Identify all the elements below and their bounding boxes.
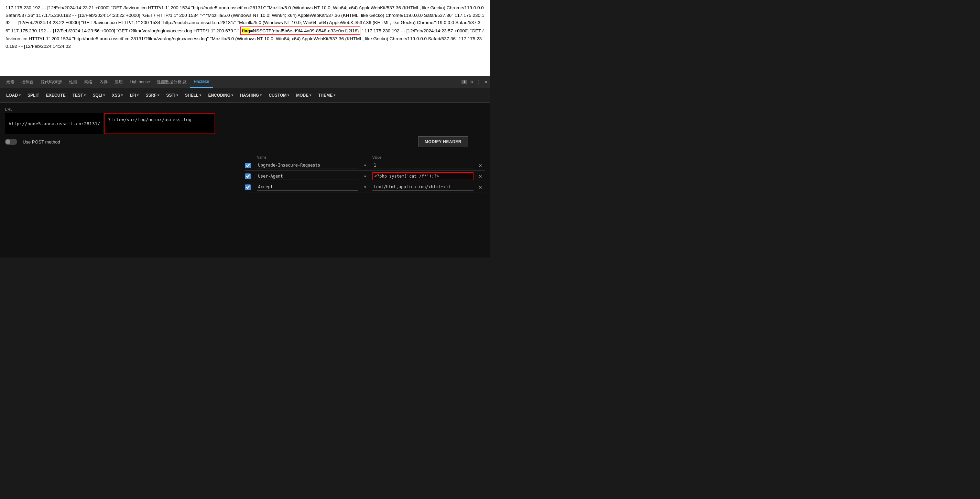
- header-labels: Name Value: [245, 154, 485, 160]
- devtools-tabs: 元素 控制台 源代码/来源 性能 网络 内存 应用 Lighthouse 性能数…: [0, 76, 490, 88]
- shell-button[interactable]: SHELL ▾: [181, 92, 205, 99]
- header-row-3: ▾ ✕: [245, 182, 485, 192]
- tab-sources[interactable]: 源代码/来源: [37, 76, 66, 88]
- post-method-toggle[interactable]: [5, 139, 17, 145]
- hashing-arrow: ▾: [260, 93, 262, 97]
- header-row-3-name[interactable]: [257, 183, 358, 191]
- log-area: 117.175.230.192 - - [12/Feb/2024:14:23:2…: [0, 0, 490, 76]
- url-label: URL: [5, 107, 485, 112]
- load-button[interactable]: LOAD ▾: [3, 92, 24, 99]
- xss-button[interactable]: XSS ▾: [108, 92, 126, 99]
- flag-value: =NSSCTF{dbaf5b6c-d9f4-4a09-8548-a33e0cd1…: [250, 28, 359, 33]
- hashing-button[interactable]: HASHING ▾: [237, 92, 265, 99]
- ssrf-label: SSRF: [145, 93, 156, 98]
- name-column-label: Name: [257, 155, 358, 159]
- lfi-button[interactable]: LFI ▾: [126, 92, 142, 99]
- split-button[interactable]: SPLIT: [24, 92, 43, 99]
- headers-section: Name Value ▾ ✕ ▾ ✕ ▾ ✕: [245, 154, 485, 192]
- header-row-1-name[interactable]: [257, 162, 358, 169]
- header-row-2-checkbox[interactable]: [245, 174, 251, 179]
- mode-arrow: ▾: [309, 93, 311, 97]
- post-method-label: Use POST method: [23, 139, 60, 145]
- dots-icon[interactable]: ⋮: [477, 79, 481, 84]
- tab-network[interactable]: 网络: [81, 76, 96, 88]
- mode-button[interactable]: MODE ▾: [293, 92, 315, 99]
- execute-label: EXECUTE: [46, 93, 66, 98]
- lfi-arrow: ▾: [137, 93, 138, 97]
- encoding-button[interactable]: ENCODING ▾: [205, 92, 237, 99]
- ssrf-arrow: ▾: [158, 93, 159, 97]
- test-arrow: ▾: [84, 93, 86, 97]
- header-row-1-checkbox[interactable]: [245, 163, 251, 168]
- header-row-1-value[interactable]: [372, 162, 474, 169]
- shell-label: SHELL: [185, 93, 199, 98]
- hashing-label: HASHING: [240, 93, 259, 98]
- header-row-1: ▾ ✕: [245, 160, 485, 171]
- sqli-button[interactable]: SQLI ▾: [89, 92, 108, 99]
- post-method-row: Use POST method MODIFY HEADER: [5, 136, 485, 147]
- split-label: SPLIT: [27, 93, 39, 98]
- header-row-2-arrow[interactable]: ▾: [360, 174, 370, 179]
- tab-perf-insights[interactable]: 性能数据分析 及: [153, 76, 190, 88]
- mode-label: MODE: [296, 93, 309, 98]
- ssrf-button[interactable]: SSRF ▾: [142, 92, 163, 99]
- lfi-label: LFI: [130, 93, 136, 98]
- url-prefix: http://node5.anna.nssctf.cn:28131/: [5, 113, 104, 134]
- theme-label: THEME: [318, 93, 332, 98]
- devtools-right-icons: 1 ⚙ ⋮ ✕: [461, 79, 487, 84]
- encoding-arrow: ▾: [231, 93, 233, 97]
- flag-label: flag: [242, 28, 250, 33]
- xss-label: XSS: [112, 93, 120, 98]
- header-row-2-value[interactable]: [372, 172, 474, 180]
- sqli-label: SQLI: [92, 93, 102, 98]
- url-suffix-input[interactable]: ?file=/var/log/nginx/access.log: [105, 113, 215, 134]
- header-row-3-close[interactable]: ✕: [476, 184, 485, 191]
- hackbar-toolbar: LOAD ▾ SPLIT EXECUTE TEST ▾ SQLI ▾ XSS ▾…: [0, 88, 490, 102]
- ssti-label: SSTI: [166, 93, 175, 98]
- url-row: http://node5.anna.nssctf.cn:28131/ ?file…: [5, 113, 485, 134]
- custom-label: CUSTOM: [269, 93, 286, 98]
- header-row-1-close[interactable]: ✕: [476, 162, 485, 169]
- tab-lighthouse[interactable]: Lighthouse: [126, 76, 153, 88]
- test-label: TEST: [73, 93, 83, 98]
- hackbar-content: URL http://node5.anna.nssctf.cn:28131/ ?…: [0, 102, 490, 257]
- ssti-arrow: ▾: [177, 93, 178, 97]
- sqli-arrow: ▾: [103, 93, 105, 97]
- header-row-1-arrow[interactable]: ▾: [360, 163, 370, 168]
- close-icon[interactable]: ✕: [485, 79, 487, 84]
- load-label: LOAD: [6, 93, 18, 98]
- theme-arrow: ▾: [334, 93, 335, 97]
- theme-button[interactable]: THEME ▾: [315, 92, 339, 99]
- header-row-3-arrow[interactable]: ▾: [360, 184, 370, 190]
- header-row-3-checkbox[interactable]: [245, 185, 251, 190]
- tab-application[interactable]: 应用: [111, 76, 126, 88]
- custom-button[interactable]: CUSTOM ▾: [265, 92, 293, 99]
- test-button[interactable]: TEST ▾: [69, 92, 89, 99]
- gear-icon[interactable]: ⚙: [470, 79, 473, 84]
- notification-badge: 1: [461, 80, 467, 84]
- modify-header-button[interactable]: MODIFY HEADER: [418, 136, 468, 147]
- value-column-label: Value: [372, 155, 474, 159]
- custom-arrow: ▾: [288, 93, 289, 97]
- execute-button[interactable]: EXECUTE: [43, 92, 69, 99]
- tab-hackbar[interactable]: HackBar: [190, 76, 213, 88]
- header-row-2: ▾ ✕: [245, 171, 485, 182]
- load-arrow: ▾: [19, 93, 21, 97]
- url-suffix-box: ?file=/var/log/nginx/access.log: [104, 113, 215, 134]
- ssti-button[interactable]: SSTI ▾: [163, 92, 181, 99]
- log-text: 117.175.230.192 - - [12/Feb/2024:14:23:2…: [5, 4, 485, 50]
- shell-arrow: ▾: [199, 93, 201, 97]
- tab-memory[interactable]: 内存: [96, 76, 111, 88]
- tab-performance[interactable]: 性能: [66, 76, 81, 88]
- header-row-2-close[interactable]: ✕: [476, 173, 485, 180]
- flag-box: flag=NSSCTF{dbaf5b6c-d9f4-4a09-8548-a33e…: [240, 27, 360, 35]
- encoding-label: ENCODING: [208, 93, 231, 98]
- header-row-3-value[interactable]: [372, 183, 474, 191]
- tab-elements[interactable]: 元素: [3, 76, 18, 88]
- xss-arrow: ▾: [121, 93, 123, 97]
- tab-console[interactable]: 控制台: [18, 76, 37, 88]
- header-row-2-name[interactable]: [257, 173, 358, 180]
